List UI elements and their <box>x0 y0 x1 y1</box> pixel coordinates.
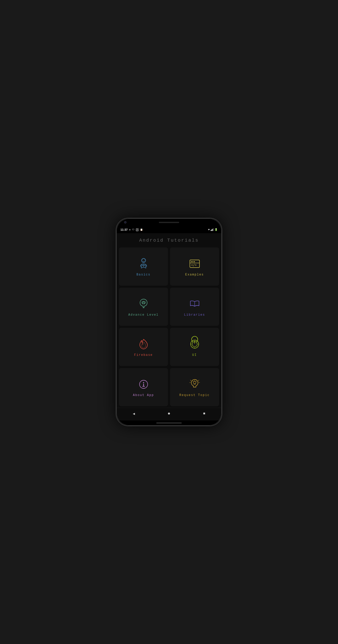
status-time: 11:37 <box>120 228 128 231</box>
shield-icon: 🛡 <box>132 228 134 231</box>
grid-item-examples[interactable]: </> Examples <box>170 247 219 286</box>
svg-line-33 <box>193 381 193 382</box>
app-content: Android Tutorials <box>116 233 222 408</box>
back-button[interactable]: ◀ <box>128 410 140 417</box>
phone-device: 11:37 ⚙ 🛡 A 📋 ▼ 🔋 Android Tutorials <box>116 218 222 426</box>
app-title: Android Tutorials <box>116 233 222 246</box>
basics-label: Basics <box>136 273 150 276</box>
camera <box>124 221 127 224</box>
grid-item-firebase[interactable]: Firebase <box>119 328 168 366</box>
about-icon <box>136 377 151 391</box>
svg-line-34 <box>196 381 196 382</box>
wifi-icon: ▼ <box>208 228 210 231</box>
request-label: Request Topic <box>179 393 210 397</box>
request-icon <box>188 377 202 391</box>
svg-point-3 <box>144 260 145 260</box>
svg-point-6 <box>192 261 193 262</box>
grid-item-about[interactable]: About App <box>119 368 168 406</box>
grid-item-advance[interactable]: Advance Level <box>119 288 168 326</box>
firebase-label: Firebase <box>134 353 153 357</box>
status-left: 11:37 ⚙ 🛡 A 📋 <box>120 228 208 231</box>
svg-text:</>: </> <box>191 263 197 267</box>
bottom-indicator <box>156 422 182 423</box>
menu-grid: Basics <box>116 246 222 408</box>
examples-icon: </> <box>188 257 202 271</box>
libraries-icon <box>188 297 202 311</box>
grid-item-ui[interactable]: UI <box>170 328 219 366</box>
svg-point-5 <box>191 261 192 262</box>
bottom-nav: ◀ ● ■ <box>116 408 222 420</box>
svg-line-35 <box>190 380 191 381</box>
grid-item-request[interactable]: Request Topic <box>170 368 219 406</box>
status-right: ▼ 🔋 <box>208 228 218 231</box>
accessibility-icon: A <box>136 228 139 231</box>
ui-label: UI <box>192 353 197 357</box>
svg-point-0 <box>142 258 146 262</box>
svg-point-31 <box>193 381 196 384</box>
recent-button[interactable]: ■ <box>198 410 210 417</box>
basics-icon <box>136 257 151 271</box>
settings-icon: ⚙ <box>129 228 130 231</box>
libraries-label: Libraries <box>184 313 205 317</box>
svg-point-7 <box>194 261 195 262</box>
signal-bars <box>211 228 213 231</box>
battery-icon: 🔋 <box>214 228 218 231</box>
advance-label: Advance Level <box>128 313 159 317</box>
ui-icon <box>188 337 202 351</box>
advance-icon <box>136 297 151 311</box>
status-bar: 11:37 ⚙ 🛡 A 📋 ▼ 🔋 <box>116 226 222 233</box>
home-button[interactable]: ● <box>163 410 176 417</box>
svg-line-37 <box>198 380 199 381</box>
grid-item-basics[interactable]: Basics <box>119 247 168 286</box>
grid-item-libraries[interactable]: Libraries <box>170 288 219 326</box>
speaker <box>159 222 179 223</box>
svg-point-2 <box>142 260 143 260</box>
firebase-icon <box>136 337 151 351</box>
examples-label: Examples <box>185 273 204 276</box>
clipboard-icon: 📋 <box>140 228 143 231</box>
about-label: About App <box>133 393 154 397</box>
bottom-bar <box>116 420 222 426</box>
top-bar <box>116 218 222 226</box>
phone-screen: 11:37 ⚙ 🛡 A 📋 ▼ 🔋 Android Tutorials <box>116 218 222 426</box>
svg-point-28 <box>143 382 144 383</box>
